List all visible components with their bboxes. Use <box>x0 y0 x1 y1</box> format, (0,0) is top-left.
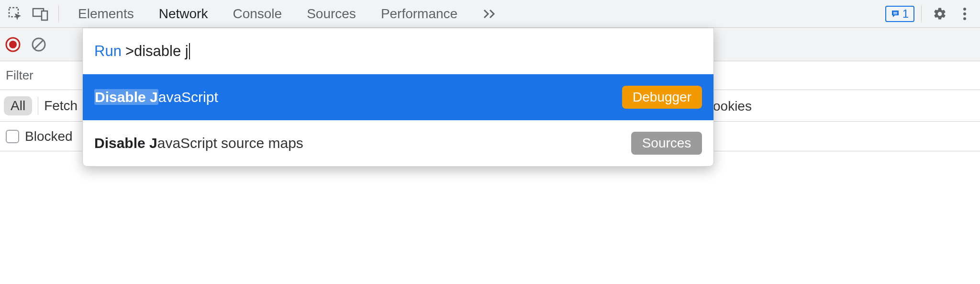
panel-badge-debugger: Debugger <box>622 86 702 109</box>
truncated-text: ookies <box>713 99 752 114</box>
result-match: Disable J <box>95 89 158 105</box>
blocked-checkbox[interactable] <box>6 130 19 143</box>
svg-rect-2 <box>42 11 47 20</box>
filter-fetch[interactable]: Fetch <box>44 98 78 114</box>
svg-rect-4 <box>893 13 897 14</box>
svg-point-7 <box>963 17 966 20</box>
result-rest: avaScript source maps <box>157 135 303 151</box>
device-toolbar-icon[interactable] <box>29 2 52 25</box>
tab-console[interactable]: Console <box>220 0 294 27</box>
svg-line-11 <box>34 40 43 49</box>
command-result-disable-javascript[interactable]: Disable JavaScript Debugger <box>83 74 713 120</box>
svg-point-9 <box>9 41 17 48</box>
filter-input[interactable]: Filter <box>6 68 33 83</box>
kebab-menu-icon[interactable] <box>953 2 976 25</box>
settings-gear-icon[interactable] <box>928 2 951 25</box>
panel-tabs: Elements Network Console Sources Perform… <box>66 0 510 27</box>
clear-log-icon[interactable] <box>31 36 47 53</box>
svg-point-6 <box>963 12 966 15</box>
separator <box>921 5 922 23</box>
command-palette-input-row[interactable]: Run > disable j <box>83 28 713 74</box>
chat-icon <box>891 10 900 18</box>
record-button-icon[interactable] <box>5 36 21 53</box>
command-query: disable j <box>134 43 189 60</box>
tabs-overflow-icon[interactable] <box>470 0 510 27</box>
result-match: Disable J <box>94 135 157 151</box>
issues-count: 1 <box>902 7 909 21</box>
separator <box>58 5 59 23</box>
tab-elements[interactable]: Elements <box>66 0 146 27</box>
command-prefix: > <box>125 43 134 60</box>
tab-performance[interactable]: Performance <box>368 0 470 27</box>
inspect-element-icon[interactable] <box>4 2 27 25</box>
svg-point-5 <box>963 8 966 11</box>
issues-badge[interactable]: 1 <box>885 6 914 22</box>
result-rest: avaScript <box>158 89 218 105</box>
panel-badge-sources: Sources <box>631 132 702 155</box>
command-result-disable-source-maps[interactable]: Disable JavaScript source maps Sources <box>83 120 713 166</box>
tab-network[interactable]: Network <box>146 0 221 27</box>
command-palette: Run > disable j Disable JavaScript Debug… <box>82 28 714 167</box>
separator <box>38 97 38 115</box>
text-cursor <box>189 43 190 59</box>
tab-sources[interactable]: Sources <box>294 0 368 27</box>
filter-all-pill[interactable]: All <box>4 96 32 115</box>
devtools-tab-bar: Elements Network Console Sources Perform… <box>0 0 980 28</box>
svg-rect-3 <box>893 12 897 13</box>
run-label: Run <box>94 43 122 60</box>
blocked-label: Blocked <box>25 129 73 144</box>
